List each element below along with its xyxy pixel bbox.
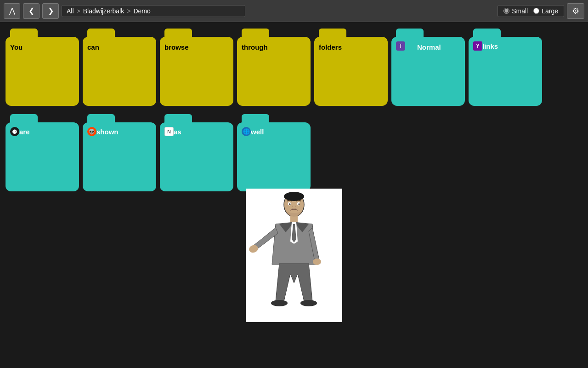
folder-shown[interactable]: 👽 shown [83, 122, 156, 191]
folder-tab-as [164, 114, 192, 123]
size-options: Small Large [498, 5, 564, 17]
folder-tab-can [87, 29, 115, 38]
folder-label-folders: folders [319, 43, 342, 51]
size-small-label: Small [512, 7, 528, 15]
svg-point-4 [313, 259, 321, 265]
folder-browse[interactable]: browse [160, 37, 233, 106]
grid-area: You can browse through folders T Normal [0, 22, 588, 197]
folder-through[interactable]: through [237, 37, 311, 106]
svg-point-6 [300, 300, 317, 306]
folder-links[interactable]: Y links [469, 37, 542, 106]
size-small-radio[interactable] [503, 8, 509, 14]
folder-tab-normal [396, 29, 424, 38]
up-button[interactable]: ⋀ [4, 3, 20, 19]
folder-are[interactable]: ⚈ are [6, 122, 79, 191]
breadcrumb-sep1: > [77, 7, 80, 15]
twitch-icon: T [396, 41, 405, 51]
folder-label-can: can [87, 43, 99, 51]
folder-label-are: are [19, 128, 30, 136]
folder-label-as: as [174, 128, 181, 136]
svg-point-1 [284, 192, 304, 201]
breadcrumb: All > Bladwijzerbalk > Demo [62, 5, 245, 17]
folder-label-links: links [482, 42, 498, 50]
drake-image [246, 189, 342, 322]
svg-point-10 [299, 203, 300, 205]
folder-tab-are [10, 114, 38, 123]
size-small-option[interactable]: Small [503, 7, 528, 15]
breadcrumb-demo[interactable]: Demo [133, 7, 150, 15]
folder-label-well: well [251, 128, 264, 136]
breadcrumb-sep2: > [127, 7, 130, 15]
size-large-label: Large [542, 7, 558, 15]
folder-you[interactable]: You [6, 37, 79, 106]
drake-svg [248, 191, 340, 320]
breadcrumb-bookmarks[interactable]: Bladwijzerbalk [83, 7, 124, 15]
breadcrumb-all[interactable]: All [67, 7, 74, 15]
folder-well[interactable]: 🌐 well [237, 122, 311, 191]
folder-label-shown: shown [96, 128, 119, 136]
globe-icon: 🌐 [242, 127, 251, 136]
size-large-radio[interactable] [533, 8, 539, 14]
folder-label-normal: Normal [417, 43, 441, 51]
github-icon: ⚈ [10, 127, 19, 136]
folder-label-through: through [242, 43, 268, 51]
folder-tab-you [10, 29, 38, 38]
folder-label-browse: browse [164, 43, 189, 51]
folder-normal[interactable]: T Normal [391, 37, 465, 106]
svg-point-5 [271, 300, 288, 306]
yahoo-icon: Y [473, 41, 482, 51]
folder-tab-shown [87, 114, 115, 123]
folder-tab-browse [164, 29, 192, 38]
folder-tab-through [242, 29, 269, 38]
folder-tab-links [473, 29, 501, 38]
svg-point-9 [289, 203, 291, 205]
folder-tab-folders [319, 29, 346, 38]
back-button[interactable]: ❮ [23, 3, 40, 19]
folder-can[interactable]: can [83, 37, 156, 106]
folder-as[interactable]: N as [160, 122, 233, 191]
toolbar: ⋀ ❮ ❯ All > Bladwijzerbalk > Demo Small … [0, 0, 588, 22]
size-large-option[interactable]: Large [533, 7, 558, 15]
folder-tab-well [242, 114, 269, 123]
settings-button[interactable]: ⚙ [567, 3, 584, 19]
notion-icon: N [164, 127, 174, 136]
reddit-icon: 👽 [87, 127, 96, 136]
forward-button[interactable]: ❯ [42, 3, 59, 19]
folder-folders[interactable]: folders [314, 37, 388, 106]
folder-label-you: You [10, 43, 23, 51]
